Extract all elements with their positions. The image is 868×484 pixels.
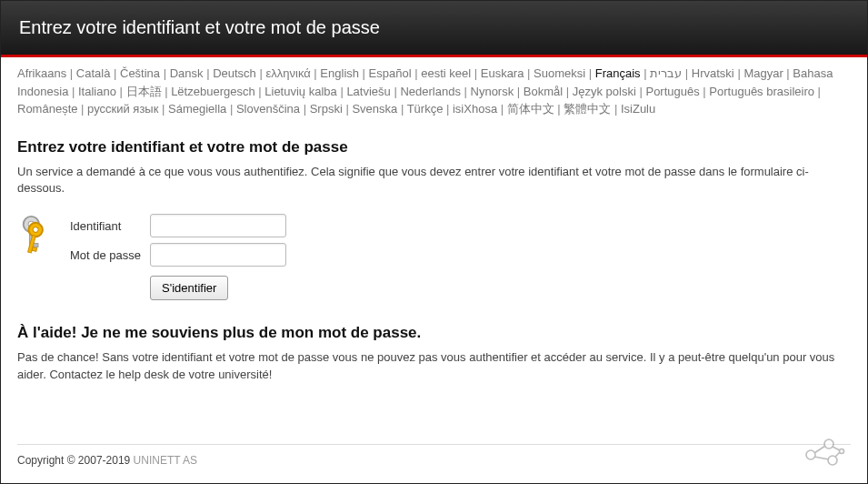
lang-separator: |: [397, 102, 406, 116]
svg-line-15: [835, 452, 840, 457]
lang-separator: |: [204, 66, 214, 80]
language-bar: Afrikaans | Català | Čeština | Dansk | D…: [17, 65, 851, 118]
lang-separator: |: [110, 66, 120, 80]
language-link[interactable]: 繁體中文: [564, 102, 611, 116]
language-link[interactable]: Suomeksi: [534, 66, 585, 80]
language-link[interactable]: Magyar: [743, 66, 783, 80]
lang-separator: |: [514, 85, 524, 98]
svg-rect-7: [32, 247, 37, 252]
login-form: Identifiant Mot de passe S'identifier: [65, 210, 292, 304]
password-label: Mot de passe: [66, 241, 145, 268]
password-input[interactable]: [150, 243, 286, 267]
lang-separator: |: [814, 85, 821, 98]
language-link[interactable]: Nederlands: [400, 85, 461, 98]
language-current: Français: [595, 66, 641, 80]
lang-separator: |: [162, 85, 172, 98]
lang-separator: |: [641, 66, 651, 80]
page-header: Entrez votre identifiant et votre mot de…: [1, 1, 867, 57]
lang-separator: |: [682, 66, 692, 80]
login-heading: Entrez votre identifiant et votre mot de…: [17, 138, 851, 156]
svg-line-12: [814, 446, 825, 453]
language-link[interactable]: Dansk: [170, 66, 204, 80]
lang-separator: |: [226, 102, 236, 116]
language-link[interactable]: Srpski: [310, 102, 343, 116]
language-link[interactable]: Lietuvių kalba: [264, 85, 337, 98]
help-text: Pas de chance! Sans votre identifiant et…: [17, 349, 851, 384]
lang-separator: |: [256, 66, 266, 80]
lang-separator: |: [68, 85, 78, 98]
language-link[interactable]: Español: [369, 66, 412, 80]
language-link[interactable]: русский язык: [87, 102, 158, 116]
svg-line-14: [833, 447, 840, 450]
language-link[interactable]: English: [320, 66, 359, 80]
username-input[interactable]: [150, 214, 286, 237]
language-link[interactable]: Język polski: [573, 85, 636, 98]
language-link[interactable]: 日本語: [126, 85, 162, 98]
language-link[interactable]: Românește: [17, 102, 77, 116]
lang-separator: |: [700, 85, 710, 98]
login-intro: Un service a demandé à ce que vous vous …: [17, 164, 851, 198]
lang-separator: |: [255, 85, 265, 98]
lang-separator: |: [77, 102, 87, 116]
svg-point-9: [824, 439, 833, 449]
submit-button[interactable]: S'identifier: [150, 276, 228, 300]
lang-separator: |: [337, 85, 347, 98]
language-link[interactable]: Italiano: [78, 85, 116, 98]
language-link[interactable]: isiXhosa: [453, 102, 497, 116]
language-link[interactable]: Latviešu: [346, 85, 390, 98]
lang-separator: |: [311, 66, 321, 80]
svg-point-8: [806, 450, 815, 459]
lang-separator: |: [158, 102, 168, 116]
language-link[interactable]: Afrikaans: [17, 66, 66, 80]
language-link[interactable]: Slovenščina: [236, 102, 300, 116]
language-link[interactable]: Euskara: [481, 66, 524, 80]
language-link[interactable]: Sámegiella: [168, 102, 226, 116]
page-title: Entrez votre identifiant et votre mot de…: [19, 17, 380, 37]
lang-separator: |: [585, 66, 595, 80]
lang-separator: |: [66, 66, 76, 80]
language-link[interactable]: Türkçe: [407, 102, 444, 116]
username-label: Identifiant: [66, 212, 145, 239]
keys-icon: [17, 210, 59, 259]
lang-separator: |: [391, 85, 401, 98]
lang-separator: |: [563, 85, 573, 98]
lang-separator: |: [116, 85, 126, 98]
footer-link[interactable]: UNINETT AS: [134, 454, 197, 467]
language-link[interactable]: Português brasileiro: [709, 85, 814, 98]
lang-separator: |: [443, 102, 453, 116]
footer: Copyright © 2007-2019 UNINETT AS: [17, 444, 851, 467]
language-link[interactable]: Hrvatski: [692, 66, 734, 80]
lang-separator: |: [160, 66, 170, 80]
lang-separator: |: [554, 102, 564, 116]
language-link[interactable]: עברית: [650, 66, 682, 80]
lang-separator: |: [783, 66, 793, 80]
lang-separator: |: [636, 85, 646, 98]
lang-separator: |: [343, 102, 353, 116]
language-link[interactable]: Nynorsk: [471, 85, 514, 98]
language-link[interactable]: Català: [76, 66, 111, 80]
language-link[interactable]: Lëtzebuergesch: [171, 85, 255, 98]
lang-separator: |: [734, 66, 744, 80]
language-link[interactable]: ελληνικά: [265, 66, 310, 80]
language-link[interactable]: Deutsch: [213, 66, 256, 80]
language-link[interactable]: IsiZulu: [621, 102, 655, 116]
language-link[interactable]: Português: [645, 85, 699, 98]
lang-separator: |: [412, 66, 422, 80]
lang-separator: |: [359, 66, 369, 80]
language-link[interactable]: eesti keel: [421, 66, 471, 80]
language-link[interactable]: 简体中文: [507, 102, 554, 116]
lang-separator: |: [611, 102, 621, 116]
lang-separator: |: [524, 66, 534, 80]
language-link[interactable]: Svenska: [352, 102, 397, 116]
language-link[interactable]: Čeština: [120, 66, 160, 80]
copyright-text: Copyright © 2007-2019: [17, 454, 134, 467]
svg-line-13: [814, 457, 829, 459]
lang-separator: |: [497, 102, 507, 116]
lang-separator: |: [471, 66, 481, 80]
lang-separator: |: [300, 102, 310, 116]
help-heading: À l'aide! Je ne me souviens plus de mon …: [17, 324, 851, 342]
lang-separator: |: [461, 85, 471, 98]
language-link[interactable]: Bokmål: [524, 85, 563, 98]
footer-logo-icon: [802, 435, 845, 470]
